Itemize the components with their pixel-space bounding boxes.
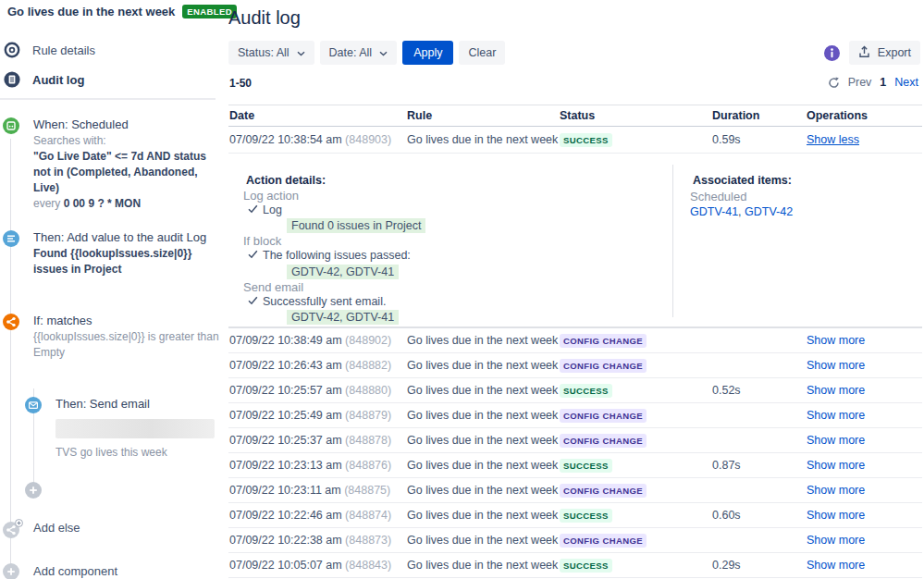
current-page: 1 — [880, 76, 886, 89]
column-header-operations: Operations — [807, 109, 922, 122]
rule-name: Go lives due in the next week — [407, 334, 560, 347]
email-subject: TVS go lives this week — [55, 445, 220, 461]
show-more-link[interactable]: Show more — [807, 384, 865, 397]
detail-result-line: Successfully sent email. — [243, 295, 672, 310]
run-id: (848843) — [345, 559, 391, 572]
action-details-heading: Action details: — [243, 174, 672, 189]
add-else-button[interactable]: Add else — [3, 518, 220, 535]
check-icon — [248, 295, 258, 310]
table-row: 07/09/22 10:25:57 am (848880) Go lives d… — [228, 378, 922, 403]
run-id: (848882) — [345, 359, 391, 372]
show-more-link[interactable]: Show more — [807, 534, 865, 547]
every-prefix: every — [33, 197, 64, 210]
run-id: (848878) — [345, 434, 391, 447]
run-date: 07/09/22 10:22:38 am — [229, 534, 342, 547]
detail-highlight: Found 0 issues in Project — [287, 218, 425, 233]
issue-link[interactable]: GDTV-41 — [690, 205, 738, 218]
run-id: (848873) — [345, 534, 391, 547]
status-filter-label: Status: All — [238, 46, 290, 59]
column-header-date: Date — [228, 109, 407, 122]
show-more-link[interactable]: Show more — [807, 434, 865, 447]
sidebar-item-rule-details[interactable]: Rule details — [4, 42, 95, 58]
rule-name: Go lives due in the next week — [407, 409, 560, 422]
add-component-button[interactable]: Add component — [3, 562, 220, 578]
run-date: 07/09/22 10:23:11 am — [229, 484, 341, 497]
audit-log-icon — [4, 71, 20, 88]
show-more-link[interactable]: Show more — [807, 409, 865, 422]
action-details-section: Action details: Log action Log Found 0 i… — [228, 165, 673, 317]
info-icon[interactable] — [824, 45, 840, 61]
issue-link[interactable]: GDTV-42 — [745, 205, 793, 218]
run-date: 07/09/22 10:25:37 am — [229, 434, 342, 447]
condition-block-matches[interactable]: If: matches {{lookupIssues.size|0}} is g… — [3, 313, 220, 361]
run-date: 07/09/22 10:22:46 am — [229, 509, 342, 522]
show-more-link[interactable]: Show more — [807, 484, 865, 497]
status-badge: CONFIG CHANGE — [560, 484, 647, 498]
trigger-jql: "Go Live Date" <= 7d AND status not in (… — [33, 149, 220, 196]
run-id: (848876) — [345, 459, 391, 472]
associated-trigger-type: Scheduled — [690, 189, 922, 204]
duration: 0.59s — [712, 133, 807, 146]
date-filter-dropdown[interactable]: Date: All — [320, 41, 398, 65]
table-row: 07/09/22 10:22:38 am (848873) Go lives d… — [228, 528, 922, 553]
run-date: 07/09/22 10:23:13 am — [229, 459, 342, 472]
audit-log-table: Date Rule Status Duration Operations 07/… — [228, 105, 922, 578]
refresh-icon[interactable] — [828, 77, 840, 89]
prev-page-button[interactable]: Prev — [848, 76, 872, 89]
table-row: 07/09/22 10:05:07 am (848843) Go lives d… — [228, 553, 922, 578]
export-button[interactable]: Export — [849, 41, 920, 65]
header-actions: Export — [824, 41, 920, 65]
detail-group-title: Send email — [243, 280, 672, 295]
clear-button[interactable]: Clear — [459, 41, 505, 65]
duration: 0.87s — [712, 459, 807, 472]
rule-name: Go lives due in the next week — [407, 534, 560, 547]
envelope-icon — [25, 397, 42, 413]
apply-button[interactable]: Apply — [402, 41, 453, 65]
associated-items-section: Associated items: Scheduled GDTV-41, GDT… — [674, 165, 922, 220]
show-more-link[interactable]: Show more — [807, 359, 865, 372]
rule-name: Go lives due in the next week — [407, 384, 560, 397]
log-action-icon — [3, 230, 19, 247]
add-else-label: Add else — [33, 521, 80, 535]
sidebar-item-audit-log[interactable]: Audit log — [4, 71, 84, 88]
column-header-duration: Duration — [712, 109, 807, 122]
cron-expression: 0 00 9 ? * MON — [64, 197, 141, 210]
calendar-trigger-icon — [3, 117, 19, 134]
table-row: 07/09/22 10:23:13 am (848876) Go lives d… — [228, 453, 922, 478]
filter-bar: Status: All Date: All Apply Clear — [228, 41, 505, 65]
rule-name: Go lives due in the next week — [407, 133, 560, 146]
branch-add-icon — [3, 519, 25, 537]
show-more-link[interactable]: Show more — [807, 459, 865, 472]
status-badge: SUCCESS — [560, 459, 612, 473]
column-header-status: Status — [560, 109, 712, 122]
table-header-row: Date Rule Status Duration Operations — [228, 105, 922, 127]
action-block-audit-log[interactable]: Then: Add value to the audit Log Found {… — [3, 229, 220, 277]
associated-items-heading: Associated items: — [690, 174, 922, 189]
run-date: 07/09/22 10:25:49 am — [229, 409, 342, 422]
status-filter-dropdown[interactable]: Status: All — [228, 41, 314, 65]
add-nested-component-button[interactable] — [25, 482, 42, 499]
trigger-block-scheduled[interactable]: When: Scheduled Searches with: "Go Live … — [3, 117, 220, 212]
send-email-title: Then: Send email — [55, 396, 220, 413]
action-block-send-email[interactable]: Then: Send email TVS go lives this week — [25, 396, 220, 461]
condition-desc: {{lookupIssues.size|0}} is greater than … — [33, 329, 220, 361]
rule-header: Go lives due in the next week ENABLED — [7, 5, 237, 18]
run-date: 07/09/22 10:05:07 am — [229, 559, 342, 572]
audit-log-main: Audit log Status: All Date: All Apply Cl… — [218, 0, 924, 579]
show-more-link[interactable]: Show more — [807, 334, 865, 347]
run-id: (848903) — [345, 133, 391, 146]
show-less-link[interactable]: Show less — [807, 133, 859, 146]
run-id: (848874) — [345, 509, 391, 522]
run-date: 07/09/22 10:38:49 am — [229, 334, 342, 347]
next-page-button[interactable]: Next — [894, 76, 918, 89]
rule-name: Go lives due in the next week — [407, 484, 560, 497]
detail-highlight: GDTV-42, GDTV-41 — [287, 265, 399, 279]
run-id: (848902) — [345, 334, 391, 347]
column-header-rule: Rule — [407, 109, 560, 122]
rule-sidebar: Go lives due in the next week ENABLED Ru… — [0, 0, 218, 579]
status-badge: CONFIG CHANGE — [560, 409, 647, 423]
plus-icon — [25, 488, 42, 501]
table-row: 07/09/22 10:22:46 am (848874) Go lives d… — [228, 503, 922, 528]
show-more-link[interactable]: Show more — [807, 559, 865, 572]
show-more-link[interactable]: Show more — [807, 509, 865, 522]
